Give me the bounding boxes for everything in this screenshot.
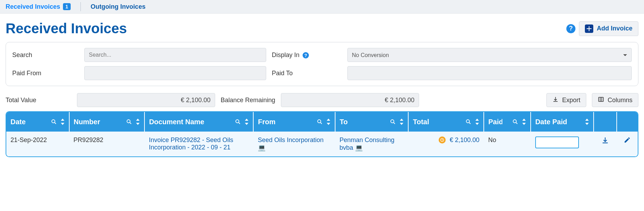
laptop-icon: 💻 [258, 144, 266, 151]
svg-point-6 [466, 120, 469, 123]
balance-remaining-box: € 2,100.00 [281, 93, 419, 107]
tab-outgoing-invoices[interactable]: Outgoing Invoices [91, 3, 146, 10]
cell-edit [617, 132, 638, 156]
th-label: Date Paid [535, 118, 567, 126]
display-in-label-text: Display In [272, 51, 299, 58]
th-from[interactable]: From [253, 112, 335, 132]
paid-to-label: Paid To [272, 70, 342, 77]
sort-icon[interactable] [399, 119, 404, 125]
export-label: Export [562, 97, 580, 104]
sort-icon[interactable] [585, 119, 589, 125]
th-paid[interactable]: Paid [484, 112, 531, 132]
sort-icon[interactable] [326, 119, 331, 125]
sort-icon[interactable] [61, 119, 65, 125]
laptop-icon: 💻 [355, 144, 363, 151]
help-icon[interactable]: ? [566, 24, 575, 33]
search-icon[interactable] [317, 119, 323, 125]
search-icon[interactable] [235, 119, 241, 125]
columns-icon [598, 96, 604, 104]
tab-label: Outgoing Invoices [91, 3, 146, 10]
th-label: From [258, 118, 275, 126]
cell-to-text: Penman Consulting bvba [339, 136, 394, 151]
search-icon[interactable] [126, 119, 132, 125]
plus-icon [585, 24, 593, 33]
cell-date: 21-Sep-2022 [6, 132, 69, 156]
invoice-table: Date Number Document Name [6, 111, 638, 157]
svg-point-1 [52, 120, 55, 123]
cell-date-paid [531, 132, 594, 156]
search-icon[interactable] [390, 119, 396, 125]
cell-from-text: Seed Oils Incorporation [258, 136, 324, 143]
search-icon[interactable] [512, 119, 518, 125]
cell-number: PR929282 [69, 132, 145, 156]
svg-point-2 [127, 120, 130, 123]
tab-received-invoices[interactable]: Received Invoices 1 [6, 3, 71, 10]
tab-label: Received Invoices [6, 3, 60, 10]
paid-to-input[interactable] [347, 66, 632, 80]
search-icon[interactable] [465, 119, 472, 125]
summary-bar: Total Value € 2,100.00 Balance Remaining… [0, 86, 644, 111]
sort-icon[interactable] [475, 119, 479, 125]
search-icon[interactable] [51, 119, 57, 125]
cell-total-text: € 2,100.00 [450, 136, 479, 143]
th-actions-2 [617, 112, 638, 132]
svg-rect-0 [599, 97, 603, 101]
paid-from-label: Paid From [12, 70, 79, 77]
date-paid-input[interactable] [535, 136, 579, 148]
th-label: To [340, 118, 348, 126]
clock-icon [439, 136, 446, 143]
th-total[interactable]: Total [408, 112, 484, 132]
display-in-select[interactable]: No Conversion [347, 48, 632, 62]
svg-point-4 [318, 120, 321, 123]
cell-to[interactable]: Penman Consulting bvba 💻 [335, 132, 409, 156]
sort-icon[interactable] [245, 119, 249, 125]
svg-point-3 [236, 120, 239, 123]
columns-label: Columns [608, 97, 632, 104]
th-number[interactable]: Number [69, 112, 145, 132]
th-actions-1 [594, 112, 617, 132]
th-date-paid[interactable]: Date Paid [531, 112, 594, 132]
table-header-row: Date Number Document Name [6, 112, 638, 132]
search-label: Search [12, 51, 79, 59]
columns-button[interactable]: Columns [592, 93, 638, 107]
th-label: Total [413, 118, 429, 126]
tab-bar: Received Invoices 1 Outgoing Invoices [0, 0, 644, 14]
help-icon[interactable]: ? [303, 52, 309, 58]
total-value-box: € 2,100.00 [77, 93, 215, 107]
download-icon [552, 96, 559, 104]
tab-badge: 1 [63, 3, 71, 10]
balance-remaining-label: Balance Remaining [221, 97, 275, 104]
th-document-name[interactable]: Document Name [144, 112, 253, 132]
cell-total: € 2,100.00 [408, 132, 484, 156]
add-invoice-button[interactable]: Add Invoice [579, 21, 638, 36]
cell-from[interactable]: Seed Oils Incorporation 💻 [253, 132, 335, 156]
add-invoice-label: Add Invoice [597, 25, 632, 32]
page-title: Received Invoices [6, 21, 127, 36]
tab-divider [80, 2, 81, 11]
search-input[interactable] [84, 48, 266, 62]
edit-icon[interactable] [624, 136, 631, 143]
th-date[interactable]: Date [6, 112, 69, 132]
filter-panel: Search Display In ? No Conversion Paid F… [6, 42, 638, 86]
download-icon[interactable] [601, 136, 609, 144]
th-to[interactable]: To [335, 112, 409, 132]
svg-point-5 [391, 120, 394, 123]
sort-icon[interactable] [136, 119, 140, 125]
th-label: Number [74, 118, 100, 126]
th-label: Document Name [149, 118, 204, 126]
export-button[interactable]: Export [546, 93, 586, 107]
cell-paid: No [484, 132, 531, 156]
svg-point-7 [513, 120, 516, 123]
paid-from-input[interactable] [84, 66, 266, 80]
th-label: Paid [488, 118, 502, 126]
display-in-label: Display In ? [272, 51, 342, 59]
cell-document-name[interactable]: Invoice PR929282 - Seed Oils Incorporati… [144, 132, 253, 156]
th-label: Date [10, 118, 26, 126]
total-value-label: Total Value [6, 97, 36, 104]
cell-download [594, 132, 617, 156]
table-row: 21-Sep-2022 PR929282 Invoice PR929282 - … [6, 132, 638, 156]
page-header: Received Invoices ? Add Invoice [0, 14, 644, 42]
header-actions: ? Add Invoice [566, 21, 638, 36]
sort-icon[interactable] [522, 119, 526, 125]
